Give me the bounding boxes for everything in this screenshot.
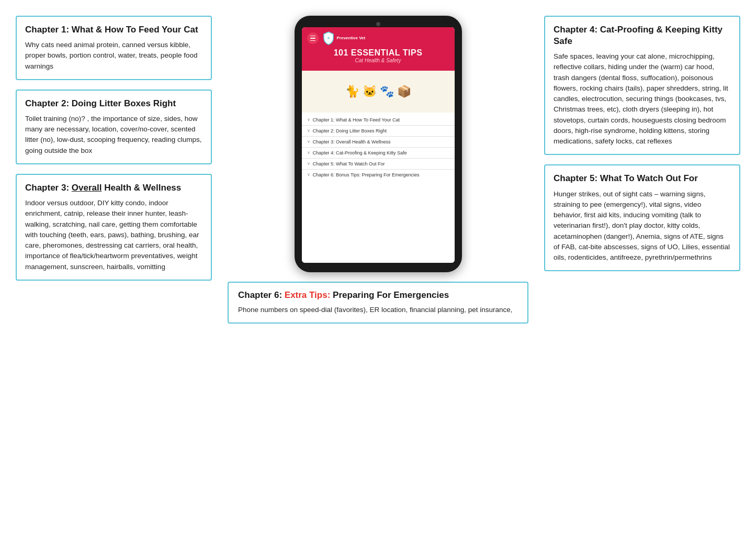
brand-text: Preventive Vet — [337, 36, 366, 41]
app-title-main: 101 ESSENTIAL TIPS — [307, 48, 449, 58]
chapter-6-title-suffix: Preparing For Emergencies — [330, 290, 449, 300]
hamburger-icon[interactable] — [307, 32, 319, 44]
chevron-3-icon: ∨ — [307, 139, 310, 144]
tablet-wrapper: + Preventive Vet 101 ESSENTIAL TIPS Cat … — [295, 16, 462, 272]
chapter-6-title: Chapter 6: Extra Tips: Preparing For Eme… — [238, 290, 518, 301]
chapter-4-card: Chapter 4: Cat-Proofing & Keeping Kitty … — [544, 16, 740, 155]
chevron-1-icon: ∨ — [307, 117, 310, 122]
chapter-6-body: Phone numbers on speed-dial (favorites),… — [238, 305, 518, 315]
hamburger-line-2 — [310, 38, 315, 39]
app-chapter-4-item[interactable]: ∨ Chapter 4: Cat-Proofing & Keeping Kitt… — [302, 148, 455, 159]
chapter-3-title-suffix: Health & Wellness — [101, 183, 181, 193]
chevron-6-icon: ∨ — [307, 172, 310, 177]
chapter-5-card: Chapter 5: What To Watch Out For Hunger … — [544, 164, 740, 271]
chapter-2-card: Chapter 2: Doing Litter Boxes Right Toil… — [16, 90, 212, 164]
chapter-3-title: Chapter 3: Overall Health & Wellness — [25, 182, 202, 194]
app-chapter-2-label: Chapter 2: Doing Litter Boxes Right — [313, 128, 387, 134]
app-header: + Preventive Vet 101 ESSENTIAL TIPS Cat … — [302, 27, 455, 71]
cat-carrier-icon: 📦 — [397, 85, 411, 98]
chapter-list: ∨ Chapter 1: What & How To Feed Your Cat… — [302, 113, 455, 263]
chapter-3-card: Chapter 3: Overall Health & Wellness Ind… — [16, 174, 212, 281]
hamburger-line-1 — [310, 36, 315, 37]
app-chapter-6-item[interactable]: ∨ Chapter 6: Bonus Tips: Preparing For E… — [302, 170, 455, 180]
center-bottom: Chapter 6: Extra Tips: Preparing For Eme… — [228, 272, 528, 324]
app-header-top: + Preventive Vet — [307, 31, 449, 45]
center-column: + Preventive Vet 101 ESSENTIAL TIPS Cat … — [217, 10, 539, 324]
chapter-5-body: Hunger strikes, out of sight cats – warn… — [554, 189, 731, 263]
chevron-5-icon: ∨ — [307, 161, 310, 166]
app-chapter-3-label: Chapter 3: Overall Health & Wellness — [313, 139, 391, 144]
chapter-3-title-prefix: Chapter 3: — [25, 183, 72, 193]
hamburger-line-3 — [310, 40, 315, 41]
app-chapter-3-item[interactable]: ∨ Chapter 3: Overall Health & Wellness — [302, 137, 455, 148]
app-chapter-5-item[interactable]: ∨ Chapter 5: What To Watch Out For — [302, 159, 455, 170]
shield-svg-icon: + — [323, 31, 334, 45]
chapter-6-title-prefix: Chapter 6: — [238, 290, 285, 300]
tablet-screen: + Preventive Vet 101 ESSENTIAL TIPS Cat … — [302, 27, 455, 263]
chapter-2-body: Toilet training (no)? , the importance o… — [25, 114, 202, 156]
chapter-3-title-underline: Overall — [72, 183, 102, 193]
chapter-4-body: Safe spaces, leaving your cat alone, mic… — [554, 51, 731, 147]
tablet-device: + Preventive Vet 101 ESSENTIAL TIPS Cat … — [295, 16, 462, 272]
main-container: Chapter 1: What & How To Feed Your Cat W… — [0, 0, 756, 556]
cat-icon-2: 🐱 — [363, 85, 377, 98]
app-chapter-2-item[interactable]: ∨ Chapter 2: Doing Litter Boxes Right — [302, 126, 455, 137]
app-chapter-6-label: Chapter 6: Bonus Tips: Preparing For Eme… — [313, 172, 420, 177]
chapter-3-body: Indoor versus outdoor, DIY kitty condo, … — [25, 198, 202, 272]
svg-text:+: + — [327, 36, 330, 41]
cat-icon-1: 🐈 — [345, 85, 359, 98]
chapter-2-title: Chapter 2: Doing Litter Boxes Right — [25, 98, 202, 109]
app-chapter-5-label: Chapter 5: What To Watch Out For — [313, 161, 385, 166]
chevron-4-icon: ∨ — [307, 150, 310, 155]
app-illustration: 🐈 🐱 🐾 📦 — [302, 71, 455, 113]
app-chapter-4-label: Chapter 4: Cat-Proofing & Keeping Kitty … — [313, 150, 407, 155]
app-title-banner: 101 ESSENTIAL TIPS Cat Health & Safety — [307, 47, 449, 65]
left-column: Chapter 1: What & How To Feed Your Cat W… — [10, 10, 217, 286]
app-title-sub: Cat Health & Safety — [307, 58, 449, 63]
chapter-1-card: Chapter 1: What & How To Feed Your Cat W… — [16, 16, 212, 80]
chapter-6-title-red: Extra Tips: — [285, 290, 331, 300]
app-chapter-1-label: Chapter 1: What & How To Feed Your Cat — [313, 117, 400, 123]
chapter-5-title: Chapter 5: What To Watch Out For — [554, 173, 731, 184]
chapter-1-body: Why cats need animal protein, canned ver… — [25, 40, 202, 72]
chapter-6-card: Chapter 6: Extra Tips: Preparing For Eme… — [228, 282, 528, 324]
chapter-4-title: Chapter 4: Cat-Proofing & Keeping Kitty … — [554, 24, 731, 47]
chevron-2-icon: ∨ — [307, 128, 310, 133]
cat-scratch-icon: 🐾 — [380, 85, 394, 98]
brand-logo: + Preventive Vet — [323, 31, 366, 45]
chapter-1-title: Chapter 1: What & How To Feed Your Cat — [25, 24, 202, 36]
app-chapter-1-item[interactable]: ∨ Chapter 1: What & How To Feed Your Cat — [302, 115, 455, 126]
right-column: Chapter 4: Cat-Proofing & Keeping Kitty … — [539, 10, 746, 276]
